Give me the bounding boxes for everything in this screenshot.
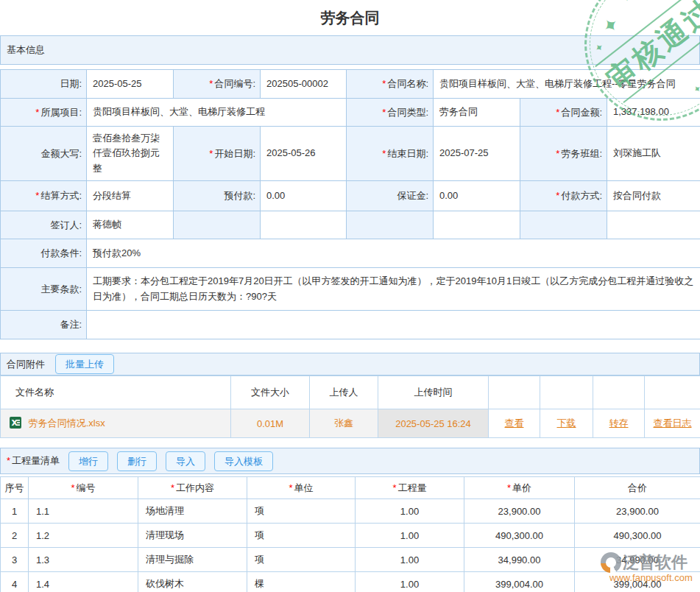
table-row: 付款条件: 预付款20%: [1, 239, 700, 268]
empty-value-cell: [434, 211, 520, 239]
boq-seq: 1: [1, 499, 29, 524]
required-marker: *: [392, 482, 396, 493]
field-label-payment-method: *付款方式:: [520, 181, 607, 211]
file-action-cell: 查看日志: [645, 409, 700, 438]
required-marker: *: [556, 190, 559, 201]
boq-table: 序号 *编号 *工作内容 *单位 *工程量 *单价 合价 1 1.1 场地清理 …: [0, 476, 700, 592]
required-marker: *: [556, 107, 559, 118]
table-row: 日期: 2025-05-25 *合同编号: 202505-00002 *合同名称…: [1, 70, 700, 99]
field-value-main-clauses: 工期要求：本分包工程定于2019年7月20日开工（以甲方签发的开工通知为准），定…: [87, 268, 700, 311]
required-marker: *: [71, 482, 74, 493]
column-header-code: *编号: [29, 477, 138, 499]
boq-row: 1 1.1 场地清理 项 1.00 23,900.00 23,900.00: [1, 499, 700, 524]
required-marker: *: [209, 148, 213, 159]
field-label-main-clauses: 主要条款:: [1, 268, 87, 311]
table-row: 签订人: 蒋德帧: [1, 211, 700, 239]
required-marker: *: [556, 148, 559, 159]
attachments-section-header: 合同附件 批量上传: [0, 353, 700, 376]
boq-total: 23,900.00: [575, 499, 700, 524]
view-log-link[interactable]: 查看日志: [654, 417, 692, 429]
basic-info-section-title: 基本信息: [7, 43, 45, 57]
field-value-labor-team: 刘琛施工队: [607, 127, 700, 181]
column-header-upload-time: 上传时间: [378, 376, 489, 409]
boq-unit: 项: [247, 524, 356, 548]
boq-seq: 3: [1, 548, 29, 572]
excel-file-icon: X: [10, 417, 21, 431]
required-marker: *: [382, 148, 386, 159]
table-row: 备注:: [1, 311, 700, 339]
boq-row: 3 1.3 清理与掘除 项 1.00 34,990.00 34,990.00: [1, 548, 700, 572]
field-value-advance: 0.00: [261, 181, 347, 211]
field-value-project: 贵阳项目样板间、大堂、电梯厅装修工程: [87, 99, 347, 127]
basic-info-table: 日期: 2025-05-25 *合同编号: 202505-00002 *合同名称…: [0, 69, 700, 339]
boq-price: 23,900.00: [464, 499, 575, 524]
field-value-deposit: 0.00: [434, 181, 520, 211]
field-label-contract-name: *合同名称:: [347, 70, 434, 99]
view-file-link[interactable]: 查看: [505, 417, 524, 429]
import-button[interactable]: 导入: [166, 451, 205, 471]
boq-quantity: 1.00: [356, 548, 464, 572]
field-label-contract-type: *合同类型:: [347, 99, 434, 127]
required-marker: *: [382, 107, 386, 118]
field-value-signer: 蒋德帧: [87, 211, 174, 239]
file-name-link[interactable]: 劳务合同情况.xlsx: [29, 417, 105, 429]
field-label-advance: 预付款:: [174, 181, 261, 211]
table-row: *所属项目: 贵阳项目样板间、大堂、电梯厅装修工程 *合同类型: 劳务合同 *合…: [1, 99, 700, 127]
boq-section-header: *工程量清单 增行 删行 导入 导入模板: [0, 448, 700, 474]
field-value-start-date: 2025-05-26: [261, 127, 347, 181]
page-title: 劳务合同: [0, 0, 700, 35]
transfer-file-link[interactable]: 转存: [609, 417, 629, 429]
required-marker: *: [171, 482, 174, 493]
required-marker: *: [35, 107, 39, 118]
basic-info-section-header: 基本信息: [0, 35, 700, 65]
download-file-link[interactable]: 下载: [557, 417, 576, 429]
file-name-cell: X 劳务合同情况.xlsx: [1, 409, 231, 438]
column-header-file-name: 文件名称: [1, 376, 231, 409]
file-action-cell: 查看: [489, 409, 540, 438]
boq-total: 399,004.00: [575, 572, 700, 592]
table-row: 金额大写: 壹佰叁拾叁万柒仟壹佰玖拾捌元整 *开始日期: 2025-05-26 …: [1, 127, 700, 181]
field-value-amount-words: 壹佰叁拾叁万柒仟壹佰玖拾捌元整: [87, 127, 174, 181]
table-row: *结算方式: 分段结算 预付款: 0.00 保证金: 0.00 *付款方式: 按…: [1, 181, 700, 211]
file-uploader-cell: 张鑫: [310, 409, 378, 438]
column-header-empty: [489, 376, 540, 409]
batch-upload-button[interactable]: 批量上传: [55, 354, 114, 374]
boq-content: 砍伐树木: [138, 572, 247, 592]
boq-quantity: 1.00: [356, 572, 464, 592]
boq-total: 490,300.00: [575, 524, 700, 548]
boq-code: 1.4: [29, 572, 138, 592]
required-marker: *: [507, 482, 511, 493]
boq-total: 34,990.00: [575, 548, 700, 572]
boq-price: 34,990.00: [464, 548, 575, 572]
delete-row-button[interactable]: 删行: [117, 451, 157, 471]
field-label-amount: *合同金额:: [520, 99, 607, 127]
add-row-button[interactable]: 增行: [68, 451, 108, 471]
boq-quantity: 1.00: [356, 499, 464, 524]
boq-unit: 棵: [247, 572, 356, 592]
boq-code: 1.1: [29, 499, 138, 524]
empty-value-cell: [261, 211, 347, 239]
column-header-empty: [593, 376, 645, 409]
field-label-end-date: *结束日期:: [347, 127, 434, 181]
field-label-project: *所属项目:: [1, 99, 87, 127]
field-label-labor-team: *劳务班组:: [520, 127, 607, 181]
empty-label-cell: [174, 211, 261, 239]
empty-value-cell: [607, 211, 700, 239]
field-label-start-date: *开始日期:: [174, 127, 261, 181]
boq-seq: 2: [1, 524, 29, 548]
boq-price: 490,300.00: [464, 524, 575, 548]
boq-code: 1.2: [29, 524, 138, 548]
column-header-file-size: 文件大小: [231, 376, 310, 409]
import-template-button[interactable]: 导入模板: [214, 451, 273, 471]
attachments-header-row: 文件名称 文件大小 上传人 上传时间: [1, 376, 700, 409]
boq-code: 1.3: [29, 548, 138, 572]
column-header-seq: 序号: [1, 477, 29, 499]
field-value-contract-name: 贵阳项目样板间、大堂、电梯厅装修工程--零星劳务合同: [434, 70, 700, 99]
field-value-contract-no: 202505-00002: [261, 70, 347, 99]
field-value-settlement: 分段结算: [87, 181, 174, 211]
column-header-work-content: *工作内容: [138, 477, 247, 499]
file-action-cell: 转存: [593, 409, 645, 438]
required-marker: *: [209, 78, 213, 89]
field-label-settlement: *结算方式:: [1, 181, 87, 211]
boq-seq: 4: [1, 572, 29, 592]
